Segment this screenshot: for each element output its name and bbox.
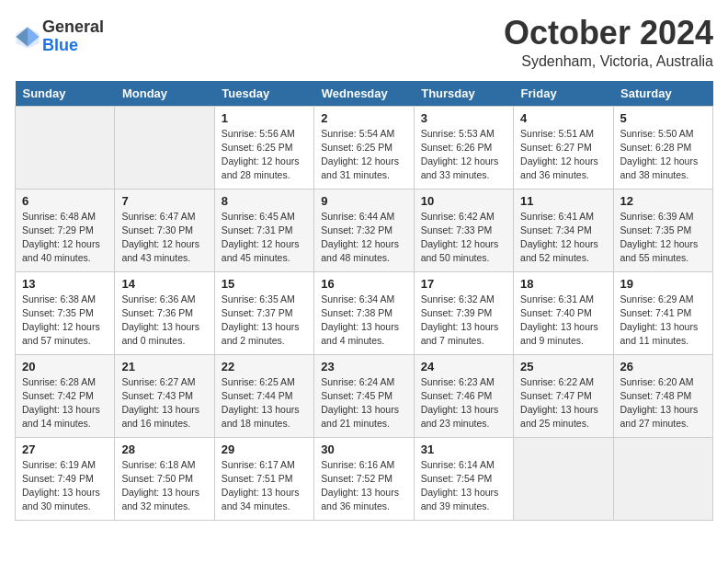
calendar-cell: 25Sunrise: 6:22 AM Sunset: 7:47 PM Dayli… [514,354,613,437]
calendar-cell: 1Sunrise: 5:56 AM Sunset: 6:25 PM Daylig… [214,106,313,189]
week-row-1: 1Sunrise: 5:56 AM Sunset: 6:25 PM Daylig… [16,106,713,189]
calendar-cell [16,106,115,189]
day-info: Sunrise: 6:17 AM Sunset: 7:51 PM Dayligh… [222,458,307,514]
day-info: Sunrise: 5:54 AM Sunset: 6:25 PM Dayligh… [321,127,406,183]
day-info: Sunrise: 6:24 AM Sunset: 7:45 PM Dayligh… [321,375,406,431]
day-number: 21 [121,360,207,373]
day-info: Sunrise: 5:56 AM Sunset: 6:25 PM Dayligh… [222,127,307,183]
day-number: 4 [520,111,606,125]
day-number: 8 [222,194,307,208]
calendar-cell: 20Sunrise: 6:28 AM Sunset: 7:42 PM Dayli… [16,354,115,437]
day-info: Sunrise: 6:34 AM Sunset: 7:38 PM Dayligh… [321,293,406,349]
weekday-header-thursday: Thursday [414,81,513,107]
calendar-cell: 31Sunrise: 6:14 AM Sunset: 7:54 PM Dayli… [414,437,513,520]
day-number: 22 [222,360,307,373]
calendar-cell: 13Sunrise: 6:38 AM Sunset: 7:35 PM Dayli… [16,271,115,354]
logo-icon [15,24,40,50]
day-info: Sunrise: 6:48 AM Sunset: 7:29 PM Dayligh… [22,210,108,266]
calendar-cell: 10Sunrise: 6:42 AM Sunset: 7:33 PM Dayli… [414,189,513,271]
month-title: October 2024 [504,15,713,52]
week-row-2: 6Sunrise: 6:48 AM Sunset: 7:29 PM Daylig… [16,189,713,271]
calendar-cell [115,106,214,189]
day-number: 26 [620,360,706,373]
day-info: Sunrise: 6:38 AM Sunset: 7:35 PM Dayligh… [22,293,108,349]
day-number: 16 [321,277,406,291]
calendar-cell: 5Sunrise: 5:50 AM Sunset: 6:28 PM Daylig… [613,106,712,189]
week-row-4: 20Sunrise: 6:28 AM Sunset: 7:42 PM Dayli… [16,354,713,437]
day-info: Sunrise: 6:27 AM Sunset: 7:43 PM Dayligh… [121,375,207,431]
day-number: 5 [620,111,706,125]
day-number: 1 [222,111,307,125]
day-info: Sunrise: 5:53 AM Sunset: 6:26 PM Dayligh… [421,127,506,183]
day-number: 30 [321,442,406,456]
day-number: 25 [520,360,606,373]
day-number: 13 [22,277,108,291]
day-number: 24 [421,360,506,373]
day-info: Sunrise: 6:16 AM Sunset: 7:52 PM Dayligh… [321,458,406,514]
day-info: Sunrise: 6:25 AM Sunset: 7:44 PM Dayligh… [222,375,307,431]
calendar-cell: 6Sunrise: 6:48 AM Sunset: 7:29 PM Daylig… [16,189,115,271]
logo-blue: Blue [42,37,104,55]
day-number: 2 [321,111,406,125]
page-header: General Blue October 2024 Sydenham, Vict… [15,15,713,70]
day-number: 12 [620,194,706,208]
day-info: Sunrise: 6:18 AM Sunset: 7:50 PM Dayligh… [121,458,207,514]
day-info: Sunrise: 6:14 AM Sunset: 7:54 PM Dayligh… [421,458,506,514]
calendar-table: SundayMondayTuesdayWednesdayThursdayFrid… [15,81,713,521]
day-info: Sunrise: 6:35 AM Sunset: 7:37 PM Dayligh… [222,293,307,349]
weekday-header-monday: Monday [115,81,214,107]
day-number: 11 [520,194,606,208]
day-number: 27 [22,442,108,456]
day-number: 15 [222,277,307,291]
day-number: 28 [121,442,207,456]
calendar-cell: 2Sunrise: 5:54 AM Sunset: 6:25 PM Daylig… [314,106,414,189]
day-info: Sunrise: 6:45 AM Sunset: 7:31 PM Dayligh… [222,210,307,266]
day-info: Sunrise: 6:44 AM Sunset: 7:32 PM Dayligh… [321,210,406,266]
day-number: 29 [222,442,307,456]
day-info: Sunrise: 6:39 AM Sunset: 7:35 PM Dayligh… [620,210,706,266]
calendar-cell: 14Sunrise: 6:36 AM Sunset: 7:36 PM Dayli… [115,271,214,354]
day-number: 9 [321,194,406,208]
weekday-header-wednesday: Wednesday [314,81,414,107]
weekday-header-row: SundayMondayTuesdayWednesdayThursdayFrid… [16,81,713,107]
logo-general: General [42,18,104,37]
logo-text: General Blue [42,18,104,55]
day-info: Sunrise: 6:22 AM Sunset: 7:47 PM Dayligh… [520,375,606,431]
day-info: Sunrise: 6:47 AM Sunset: 7:30 PM Dayligh… [121,210,207,266]
calendar-cell: 12Sunrise: 6:39 AM Sunset: 7:35 PM Dayli… [613,189,712,271]
day-number: 6 [22,194,108,208]
day-info: Sunrise: 5:50 AM Sunset: 6:28 PM Dayligh… [620,127,706,183]
day-info: Sunrise: 6:29 AM Sunset: 7:41 PM Dayligh… [620,293,706,349]
title-block: October 2024 Sydenham, Victoria, Austral… [504,15,713,70]
calendar-cell [613,437,712,520]
day-info: Sunrise: 6:36 AM Sunset: 7:36 PM Dayligh… [121,293,207,349]
day-info: Sunrise: 6:19 AM Sunset: 7:49 PM Dayligh… [22,458,108,514]
week-row-3: 13Sunrise: 6:38 AM Sunset: 7:35 PM Dayli… [16,271,713,354]
day-number: 18 [520,277,606,291]
day-number: 17 [421,277,506,291]
calendar-cell: 16Sunrise: 6:34 AM Sunset: 7:38 PM Dayli… [314,271,414,354]
calendar-cell: 26Sunrise: 6:20 AM Sunset: 7:48 PM Dayli… [613,354,712,437]
calendar-cell: 24Sunrise: 6:23 AM Sunset: 7:46 PM Dayli… [414,354,513,437]
calendar-cell: 18Sunrise: 6:31 AM Sunset: 7:40 PM Dayli… [514,271,613,354]
calendar-cell: 19Sunrise: 6:29 AM Sunset: 7:41 PM Dayli… [613,271,712,354]
calendar-cell: 23Sunrise: 6:24 AM Sunset: 7:45 PM Dayli… [314,354,414,437]
calendar-cell: 28Sunrise: 6:18 AM Sunset: 7:50 PM Dayli… [115,437,214,520]
day-number: 7 [121,194,207,208]
day-info: Sunrise: 6:31 AM Sunset: 7:40 PM Dayligh… [520,293,606,349]
logo: General Blue [15,18,104,55]
location: Sydenham, Victoria, Australia [504,53,713,70]
day-number: 14 [121,277,207,291]
calendar-cell: 9Sunrise: 6:44 AM Sunset: 7:32 PM Daylig… [314,189,414,271]
day-number: 10 [421,194,506,208]
day-number: 20 [22,360,108,373]
day-number: 19 [620,277,706,291]
weekday-header-friday: Friday [514,81,613,107]
day-info: Sunrise: 6:20 AM Sunset: 7:48 PM Dayligh… [620,375,706,431]
day-number: 3 [421,111,506,125]
calendar-cell: 8Sunrise: 6:45 AM Sunset: 7:31 PM Daylig… [214,189,313,271]
calendar-cell: 11Sunrise: 6:41 AM Sunset: 7:34 PM Dayli… [514,189,613,271]
calendar-cell: 21Sunrise: 6:27 AM Sunset: 7:43 PM Dayli… [115,354,214,437]
day-number: 23 [321,360,406,373]
day-info: Sunrise: 6:32 AM Sunset: 7:39 PM Dayligh… [421,293,506,349]
